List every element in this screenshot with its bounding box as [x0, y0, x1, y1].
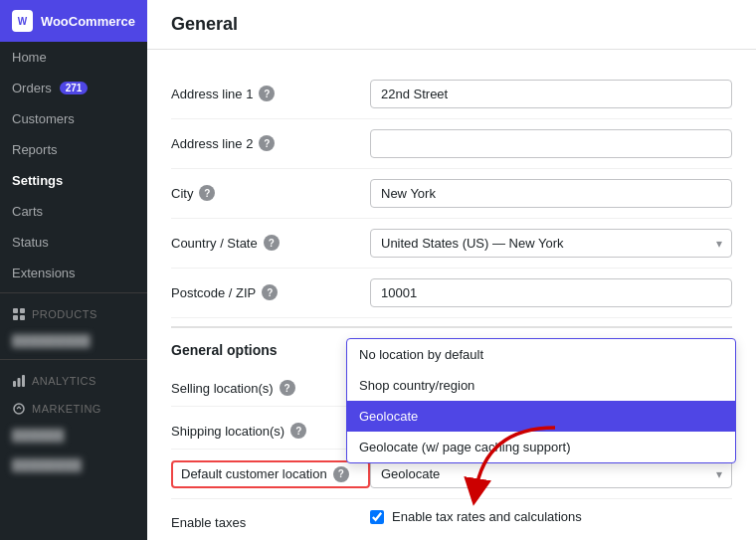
- country-select-wrapper: United States (US) — New York ▾: [370, 229, 732, 258]
- sidebar-section-products[interactable]: Products: [0, 297, 147, 325]
- svg-rect-2: [13, 315, 18, 320]
- marketing-icon: [12, 402, 26, 416]
- address-line1-input[interactable]: [370, 80, 732, 108]
- country-row: Country / State ? United States (US) — N…: [171, 219, 732, 269]
- woo-logo-icon: W: [12, 10, 33, 32]
- dropdown-option-shop[interactable]: Shop country/region: [347, 370, 735, 401]
- svg-rect-4: [13, 381, 16, 387]
- dropdown-option-geolocate[interactable]: Geolocate: [347, 401, 735, 432]
- sidebar-item-label: Customers: [12, 111, 75, 126]
- sidebar-logo[interactable]: W WooCommerce: [0, 0, 147, 42]
- svg-rect-3: [20, 315, 25, 320]
- default-customer-select[interactable]: Geolocate: [370, 459, 732, 488]
- sidebar-blurred-1: ▓▓▓▓▓▓▓▓▓: [0, 325, 147, 355]
- postcode-help-icon[interactable]: ?: [262, 284, 278, 300]
- sidebar-blurred-3: ▓▓▓▓▓▓▓▓: [0, 450, 147, 479]
- address-line1-label: Address line 1 ?: [171, 80, 370, 101]
- enable-taxes-row: Enable taxes Enable tax rates and calcul…: [171, 499, 732, 540]
- postcode-input[interactable]: [370, 278, 732, 307]
- analytics-label: Analytics: [32, 375, 96, 387]
- svg-rect-6: [22, 375, 25, 387]
- page-title: General: [147, 0, 756, 50]
- dropdown-option-geolocate-cache[interactable]: Geolocate (w/ page caching support): [347, 432, 735, 462]
- sidebar-item-label: Extensions: [12, 266, 76, 280]
- address-line2-input[interactable]: [370, 129, 732, 158]
- address-line1-row: Address line 1 ?: [171, 70, 732, 119]
- country-label: Country / State ?: [171, 229, 370, 251]
- sidebar-logo-text: WooCommerce: [41, 14, 135, 29]
- address-line1-help-icon[interactable]: ?: [259, 86, 275, 101]
- enable-taxes-label: Enable taxes: [171, 509, 370, 530]
- address-line2-help-icon[interactable]: ?: [259, 135, 275, 151]
- sidebar: W WooCommerce Home Orders 271 Customers …: [0, 0, 147, 540]
- sidebar-item-label: Settings: [12, 173, 63, 188]
- address-line2-label: Address line 2 ?: [171, 129, 370, 151]
- dropdown-option-none[interactable]: No location by default: [347, 339, 735, 370]
- enable-taxes-checkbox-label: Enable tax rates and calculations: [392, 509, 582, 524]
- sidebar-item-settings[interactable]: Settings: [0, 165, 147, 196]
- analytics-icon: [12, 374, 26, 388]
- default-customer-label: Default customer location ?: [171, 460, 370, 488]
- sidebar-item-home[interactable]: Home: [0, 42, 147, 73]
- city-row: City ?: [171, 169, 732, 219]
- svg-rect-0: [13, 308, 18, 313]
- default-customer-select-wrapper: Geolocate ▾: [370, 459, 732, 488]
- postcode-label: Postcode / ZIP ?: [171, 278, 370, 300]
- enable-taxes-checkbox-wrapper: Enable tax rates and calculations: [370, 509, 582, 524]
- sidebar-item-label: Reports: [12, 142, 58, 157]
- sidebar-divider-1: [0, 292, 147, 293]
- selling-label: Selling location(s) ?: [171, 374, 370, 396]
- sidebar-section-analytics[interactable]: Analytics: [0, 364, 147, 392]
- country-select[interactable]: United States (US) — New York: [370, 229, 732, 258]
- city-help-icon[interactable]: ?: [199, 185, 215, 201]
- shipping-help-icon[interactable]: ?: [290, 423, 306, 439]
- sidebar-item-status[interactable]: Status: [0, 227, 147, 258]
- country-help-icon[interactable]: ?: [264, 235, 280, 251]
- sidebar-item-label: Status: [12, 235, 49, 250]
- selling-help-icon[interactable]: ?: [280, 380, 295, 396]
- form-area: Address line 1 ? Address line 2 ? City ?: [147, 50, 756, 540]
- address-line2-row: Address line 2 ?: [171, 119, 732, 169]
- svg-point-7: [14, 404, 24, 414]
- sidebar-item-label: Orders: [12, 81, 52, 95]
- selling-location-dropdown: No location by default Shop country/regi…: [346, 338, 736, 463]
- shipping-label: Shipping location(s) ?: [171, 417, 370, 439]
- main-content: General Address line 1 ? Address line 2 …: [147, 0, 756, 540]
- sidebar-section-marketing[interactable]: Marketing: [0, 392, 147, 420]
- svg-rect-5: [18, 378, 21, 387]
- svg-rect-1: [20, 308, 25, 313]
- sidebar-item-customers[interactable]: Customers: [0, 103, 147, 134]
- marketing-label: Marketing: [32, 403, 101, 415]
- enable-taxes-checkbox[interactable]: [370, 510, 384, 524]
- city-label: City ?: [171, 179, 370, 201]
- city-input[interactable]: [370, 179, 732, 208]
- sidebar-item-reports[interactable]: Reports: [0, 134, 147, 165]
- orders-badge: 271: [60, 82, 89, 94]
- default-customer-help-icon[interactable]: ?: [333, 466, 349, 482]
- sidebar-item-label: Home: [12, 50, 47, 65]
- sidebar-blurred-2: ▓▓▓▓▓▓: [0, 420, 147, 450]
- products-icon: [12, 307, 26, 321]
- sidebar-divider-2: [0, 359, 147, 360]
- postcode-row: Postcode / ZIP ?: [171, 269, 732, 318]
- products-label: Products: [32, 308, 97, 320]
- sidebar-item-carts[interactable]: Carts: [0, 196, 147, 227]
- sidebar-item-label: Carts: [12, 204, 43, 219]
- sidebar-item-orders[interactable]: Orders 271: [0, 73, 147, 103]
- sidebar-item-extensions[interactable]: Extensions: [0, 258, 147, 288]
